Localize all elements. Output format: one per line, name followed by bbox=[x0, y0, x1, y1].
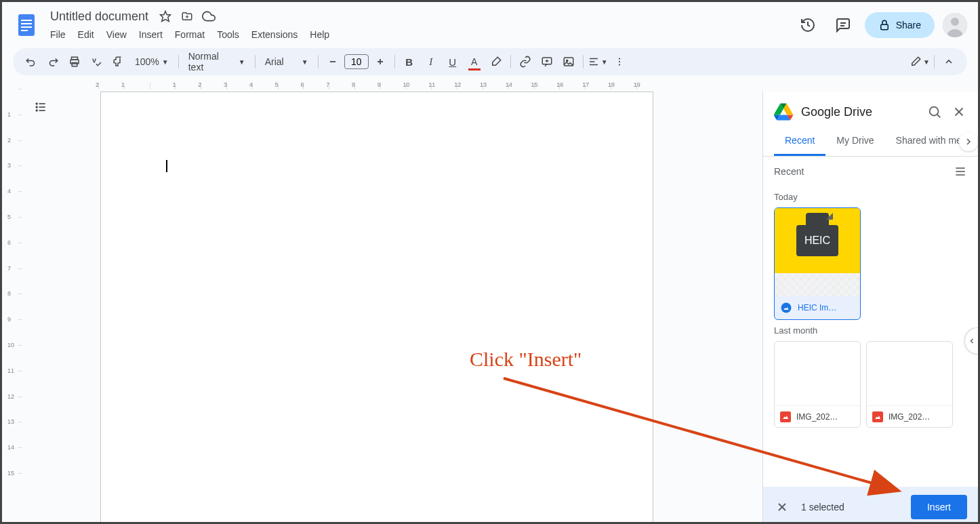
svg-rect-1 bbox=[21, 20, 32, 21]
italic-button[interactable]: I bbox=[421, 52, 441, 72]
list-view-icon[interactable] bbox=[954, 165, 967, 178]
lock-icon bbox=[878, 19, 891, 31]
close-selection-button[interactable] bbox=[774, 499, 790, 515]
tab-my-drive[interactable]: My Drive bbox=[825, 127, 884, 156]
panel-file-list[interactable]: Today HEIC HEIC Im… Last month bbox=[763, 186, 978, 487]
svg-point-25 bbox=[619, 58, 620, 59]
svg-line-35 bbox=[937, 115, 941, 118]
user-avatar[interactable] bbox=[943, 13, 967, 37]
paint-format-button[interactable] bbox=[108, 52, 128, 72]
panel-subtitle: Recent bbox=[774, 166, 804, 177]
style-dropdown[interactable]: Normal text▼ bbox=[183, 51, 251, 73]
svg-point-28 bbox=[36, 103, 37, 104]
undo-button[interactable] bbox=[21, 52, 41, 72]
outline-button[interactable] bbox=[30, 97, 51, 117]
svg-rect-8 bbox=[880, 24, 888, 30]
share-label: Share bbox=[896, 20, 921, 31]
svg-point-32 bbox=[36, 110, 37, 111]
redo-button[interactable] bbox=[43, 52, 63, 72]
more-button[interactable] bbox=[609, 52, 630, 72]
drive-side-panel: Google Drive Recent My Drive Shared with… bbox=[762, 92, 978, 524]
menu-view[interactable]: View bbox=[102, 26, 131, 43]
drive-logo-icon bbox=[774, 102, 793, 121]
file-card-img1[interactable]: IMG_202… bbox=[774, 341, 861, 428]
file-label-img2: IMG_202… bbox=[889, 412, 930, 422]
font-dropdown[interactable]: Arial▼ bbox=[260, 56, 314, 67]
svg-rect-0 bbox=[18, 14, 35, 36]
svg-point-34 bbox=[930, 107, 939, 116]
svg-point-26 bbox=[619, 61, 620, 62]
file-label-heic: HEIC Im… bbox=[798, 303, 836, 313]
file-card-img2[interactable]: IMG_202… bbox=[866, 341, 953, 428]
text-color-button[interactable]: A bbox=[464, 52, 485, 72]
image-icon bbox=[780, 411, 791, 422]
search-icon[interactable] bbox=[926, 104, 943, 120]
underline-button[interactable]: U bbox=[443, 52, 463, 72]
svg-point-10 bbox=[951, 18, 959, 26]
docs-logo[interactable] bbox=[13, 12, 40, 39]
svg-rect-2 bbox=[21, 23, 32, 24]
menu-bar: File Edit View Insert Format Tools Exten… bbox=[45, 26, 794, 43]
comments-icon[interactable] bbox=[830, 12, 857, 39]
bold-button[interactable]: B bbox=[399, 52, 420, 72]
menu-help[interactable]: Help bbox=[305, 26, 334, 43]
increase-font-button[interactable] bbox=[370, 52, 390, 72]
document-area bbox=[2, 92, 762, 524]
share-button[interactable]: Share bbox=[865, 12, 935, 38]
svg-point-27 bbox=[619, 64, 620, 65]
spellcheck-button[interactable] bbox=[86, 52, 106, 72]
decrease-font-button[interactable] bbox=[323, 52, 343, 72]
section-today-label: Today bbox=[774, 192, 967, 202]
horizontal-ruler[interactable]: document.write(Array.from({length:22},(_… bbox=[26, 81, 978, 92]
comment-button[interactable] bbox=[537, 52, 557, 72]
cloud-status-icon[interactable] bbox=[202, 9, 216, 23]
header: Untitled document File Edit View Insert … bbox=[2, 2, 978, 43]
image-file-icon bbox=[780, 302, 792, 314]
selection-count-text: 1 selected bbox=[801, 502, 900, 512]
image-icon bbox=[872, 411, 883, 422]
menu-extensions[interactable]: Extensions bbox=[247, 26, 302, 43]
insert-button[interactable]: Insert bbox=[911, 495, 967, 519]
selection-bar: 1 selected Insert bbox=[763, 487, 978, 524]
section-lastmonth-label: Last month bbox=[774, 325, 967, 336]
svg-point-21 bbox=[566, 60, 567, 61]
menu-file[interactable]: File bbox=[45, 26, 70, 43]
menu-edit[interactable]: Edit bbox=[73, 26, 99, 43]
svg-point-30 bbox=[36, 106, 37, 108]
zoom-dropdown[interactable]: 100%▼ bbox=[129, 56, 174, 67]
history-icon[interactable] bbox=[794, 12, 821, 39]
heic-badge: HEIC bbox=[796, 225, 838, 256]
panel-title: Google Drive bbox=[801, 105, 918, 119]
text-cursor bbox=[166, 160, 167, 172]
editing-mode-button[interactable]: ▼ bbox=[910, 52, 930, 72]
file-label-img1: IMG_202… bbox=[796, 412, 838, 422]
tab-recent[interactable]: Recent bbox=[774, 127, 825, 156]
star-icon[interactable] bbox=[159, 9, 172, 23]
font-size-input[interactable]: 10 bbox=[344, 54, 369, 69]
document-title[interactable]: Untitled document bbox=[45, 8, 153, 25]
svg-rect-3 bbox=[21, 26, 32, 28]
panel-tabs: Recent My Drive Shared with me bbox=[763, 127, 978, 157]
svg-point-41 bbox=[781, 303, 792, 313]
collapse-toolbar-button[interactable] bbox=[939, 52, 959, 72]
menu-insert[interactable]: Insert bbox=[134, 26, 167, 43]
link-button[interactable] bbox=[515, 52, 535, 72]
move-icon[interactable] bbox=[180, 9, 194, 23]
toolbar: 100%▼ Normal text▼ Arial▼ 10 B I U A ▼ ▼ bbox=[13, 48, 967, 75]
print-button[interactable] bbox=[64, 52, 85, 72]
align-button[interactable]: ▼ bbox=[588, 52, 608, 72]
svg-marker-5 bbox=[161, 12, 171, 22]
document-page[interactable] bbox=[100, 92, 653, 524]
highlight-button[interactable] bbox=[486, 52, 506, 72]
menu-format[interactable]: Format bbox=[170, 26, 209, 43]
image-button[interactable] bbox=[558, 52, 579, 72]
svg-rect-4 bbox=[21, 30, 28, 31]
close-panel-icon[interactable] bbox=[951, 104, 967, 120]
title-area: Untitled document File Edit View Insert … bbox=[45, 8, 794, 43]
main-content: 123456789101112131415 Google Drive Recen… bbox=[2, 92, 978, 524]
menu-tools[interactable]: Tools bbox=[212, 26, 244, 43]
file-card-heic[interactable]: HEIC HEIC Im… bbox=[774, 207, 861, 320]
tab-scroll-right-button[interactable] bbox=[959, 132, 978, 151]
